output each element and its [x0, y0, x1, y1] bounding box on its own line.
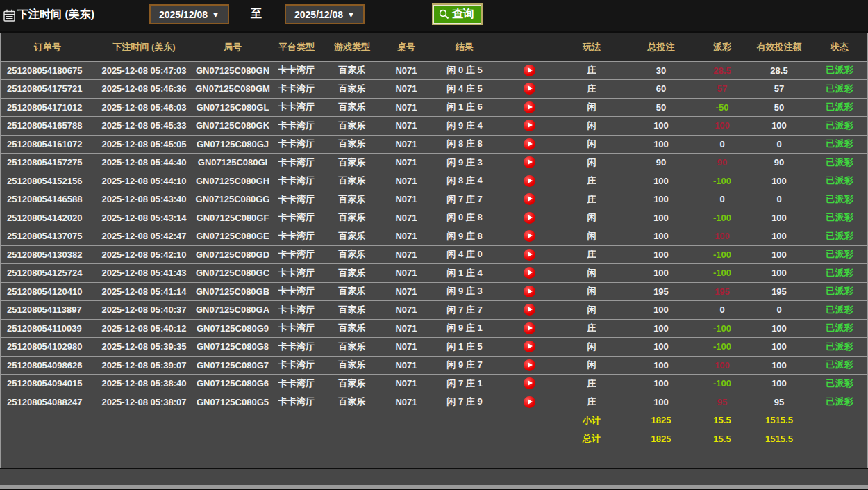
play-icon: [528, 362, 533, 368]
date-to-value: 2025/12/08: [294, 9, 343, 20]
cell-platform-type: 卡卡湾厅: [271, 98, 322, 117]
table-row: 2512080541710122025-12-08 05:46:03GN0712…: [1, 98, 867, 117]
total-row: 总计182515.51515.5: [1, 430, 867, 448]
cell-game-type: 百家乐: [322, 319, 382, 338]
cell-status: 已派彩: [812, 282, 867, 301]
cell-bet-option: 闲: [560, 227, 624, 246]
cell-platform-type: 卡卡湾厅: [271, 209, 322, 227]
table-row: 2512080541204102025-12-08 05:41:14GN0712…: [1, 282, 867, 301]
cell-bet-time: 2025-12-08 05:38:40: [94, 375, 194, 393]
cell-valid-bet: 100: [746, 375, 812, 393]
query-button[interactable]: 查询: [432, 3, 483, 25]
play-video-button[interactable]: [524, 156, 535, 168]
cell-round-number: GN07125C080GK: [194, 117, 271, 136]
column-header-13: 状态: [812, 33, 867, 61]
cell-payout: 100: [699, 356, 746, 375]
cell-platform-type: 卡卡湾厅: [271, 80, 322, 99]
cell-result: 闲 8 庄 8: [431, 135, 499, 154]
cell-total-bet: 100: [624, 117, 699, 136]
cell-bet-time: 2025-12-08 05:44:40: [94, 154, 194, 172]
cell-valid-bet: 195: [746, 282, 812, 301]
play-video-button[interactable]: [524, 138, 535, 150]
cell-valid-bet: 100: [746, 172, 812, 190]
cell-order-number: 251208054137075: [1, 227, 94, 246]
cell-payout: 90: [699, 154, 746, 172]
cell-bet-option: 庄: [560, 393, 624, 411]
cell-bet-time: 2025-12-08 05:47:03: [94, 61, 194, 80]
play-video-button[interactable]: [524, 341, 535, 352]
cell-bet-time: 2025-12-08 05:45:05: [94, 135, 194, 154]
play-video-button[interactable]: [524, 193, 535, 205]
cell-round-number: GN07125C080GE: [194, 227, 271, 246]
cell-order-number: 251208054157275: [1, 154, 94, 172]
calendar-icon: [3, 9, 15, 22]
cell-valid-bet: 28.5: [746, 61, 812, 80]
cell-table-number: N071: [382, 245, 431, 264]
play-video-button[interactable]: [524, 249, 535, 261]
cell-round-number: GN07125C080G7: [194, 356, 271, 375]
play-video-button[interactable]: [524, 286, 535, 297]
play-video-button[interactable]: [524, 175, 535, 187]
play-icon: [528, 233, 533, 238]
cell-order-number: 251208054142020: [1, 209, 94, 227]
cell-game-type: 百家乐: [322, 117, 382, 136]
cell-total-bet: 50: [624, 98, 699, 117]
play-video-button[interactable]: [524, 304, 535, 316]
play-video-button[interactable]: [524, 65, 535, 76]
cell-video: [499, 301, 560, 320]
cell-total-bet: 100: [624, 393, 699, 411]
total-row-payout: 15.5: [699, 430, 746, 448]
subtotal-row-label: 小计: [560, 411, 624, 430]
cell-bet-option: 庄: [560, 319, 624, 338]
cell-order-number: 251208054146588: [1, 190, 94, 209]
cell-bet-option: 闲: [560, 301, 624, 320]
cell-video: [499, 154, 560, 172]
date-to-select[interactable]: 2025/12/08 ▼: [285, 4, 365, 24]
cell-game-type: 百家乐: [322, 338, 382, 357]
cell-total-bet: 100: [624, 209, 699, 227]
play-video-button[interactable]: [524, 267, 535, 279]
cell-result: 闲 9 庄 1: [431, 319, 499, 338]
cell-bet-option: 庄: [560, 80, 624, 99]
play-video-button[interactable]: [524, 230, 535, 242]
cell-order-number: 251208054130382: [1, 245, 94, 264]
play-icon: [528, 85, 533, 91]
play-video-button[interactable]: [524, 322, 535, 334]
cell-payout: -100: [699, 209, 746, 227]
total-row-total-bet: 1825: [624, 430, 699, 448]
cell-order-number: 251208054171012: [1, 98, 94, 117]
cell-result: 闲 9 庄 8: [431, 227, 499, 246]
play-icon: [528, 104, 533, 110]
cell-table-number: N071: [382, 227, 431, 246]
play-video-button[interactable]: [524, 120, 535, 131]
cell-game-type: 百家乐: [322, 172, 382, 190]
toolbar: 下注时间 (美东) 2025/12/08 ▼ 至 2025/12/08 ▼ 查询: [0, 0, 868, 31]
play-video-button[interactable]: [524, 212, 535, 224]
cell-payout: 100: [699, 227, 746, 246]
table-row: 2512080541465882025-12-08 05:43:40GN0712…: [1, 190, 867, 209]
cell-valid-bet: 57: [746, 80, 812, 99]
play-video-button[interactable]: [524, 377, 535, 389]
cell-bet-option: 闲: [560, 264, 624, 283]
cell-result: 闲 7 庄 7: [431, 190, 499, 209]
date-from-select[interactable]: 2025/12/08 ▼: [149, 4, 229, 24]
cell-table-number: N071: [382, 172, 431, 190]
cell-round-number: GN07125C080GH: [194, 172, 271, 190]
play-video-button[interactable]: [524, 396, 535, 408]
cell-bet-option: 闲: [560, 135, 624, 154]
cell-table-number: N071: [382, 282, 431, 301]
play-video-button[interactable]: [524, 101, 535, 113]
play-video-button[interactable]: [524, 83, 535, 95]
cell-video: [499, 245, 560, 264]
play-icon: [528, 380, 533, 386]
cell-valid-bet: 100: [746, 227, 812, 246]
cell-platform-type: 卡卡湾厅: [271, 154, 322, 172]
play-video-button[interactable]: [524, 359, 535, 371]
cell-bet-option: 庄: [560, 172, 624, 190]
cell-bet-time: 2025-12-08 05:40:37: [94, 301, 194, 320]
cell-status: 已派彩: [812, 172, 867, 190]
cell-total-bet: 100: [624, 227, 699, 246]
cell-game-type: 百家乐: [322, 301, 382, 320]
cell-table-number: N071: [382, 117, 431, 136]
subtotal-row-total-bet: 1825: [624, 411, 699, 430]
